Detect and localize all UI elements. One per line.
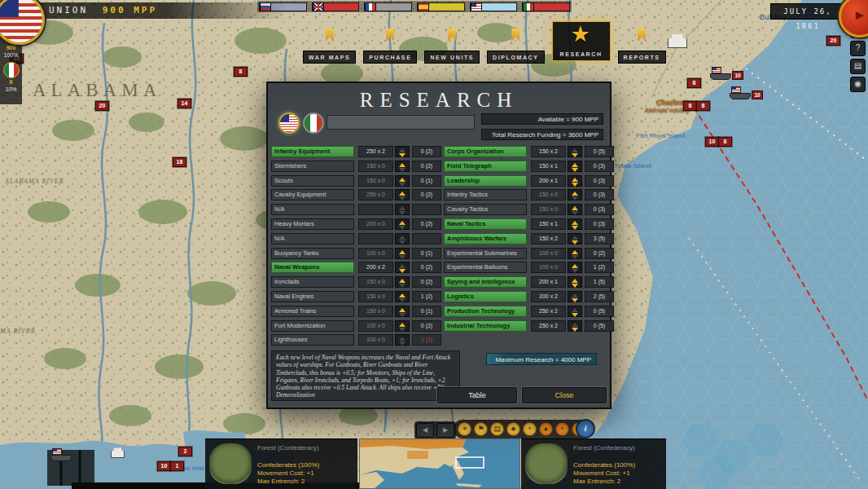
research-nation-mexico-flag-icon[interactable] bbox=[303, 112, 324, 134]
increase-investment-button[interactable] bbox=[399, 178, 406, 182]
menu-button[interactable]: New Units bbox=[424, 51, 480, 64]
decrease-investment-button[interactable] bbox=[399, 298, 406, 302]
research-topic[interactable]: Naval Engines bbox=[271, 291, 354, 302]
decrease-investment-button[interactable] bbox=[572, 255, 578, 259]
decrease-investment-button[interactable] bbox=[572, 284, 578, 288]
increase-investment-button[interactable] bbox=[399, 206, 406, 210]
map-toggle-icon[interactable]: ♣ bbox=[506, 422, 520, 436]
decrease-investment-button[interactable] bbox=[572, 298, 578, 302]
globe-icon[interactable]: ◉ bbox=[850, 77, 866, 92]
mexico-flag-icon[interactable] bbox=[3, 62, 20, 78]
decrease-investment-button[interactable] bbox=[572, 313, 578, 317]
research-topic[interactable]: Leadership bbox=[444, 175, 527, 187]
research-topic[interactable]: Cavalry Equipment bbox=[271, 189, 354, 200]
decrease-investment-button[interactable] bbox=[399, 211, 406, 215]
increase-investment-button[interactable] bbox=[399, 163, 406, 167]
decrease-investment-button[interactable] bbox=[572, 240, 578, 244]
research-topic[interactable]: Experimental Balloons bbox=[444, 262, 527, 273]
unit-strength-badge[interactable]: 8 bbox=[683, 101, 697, 111]
decrease-investment-button[interactable] bbox=[572, 153, 578, 157]
increase-investment-button[interactable] bbox=[399, 323, 406, 327]
decrease-investment-button[interactable] bbox=[572, 168, 578, 172]
research-topic[interactable]: Naval Weapons bbox=[271, 262, 354, 273]
increase-investment-button[interactable] bbox=[399, 192, 406, 196]
unit-strength-badge[interactable]: 10 bbox=[157, 461, 171, 471]
research-topic[interactable]: Corps Organization bbox=[444, 146, 527, 157]
info-toggle-icon[interactable]: i bbox=[576, 419, 595, 438]
unit-strength-badge[interactable]: 14 bbox=[178, 99, 191, 108]
research-topic[interactable]: Infantry Tactics bbox=[444, 189, 527, 200]
increase-investment-button[interactable] bbox=[399, 250, 406, 254]
decrease-investment-button[interactable] bbox=[572, 269, 578, 273]
decrease-investment-button[interactable] bbox=[399, 183, 406, 187]
research-topic[interactable]: Buoyancy Tanks bbox=[271, 248, 354, 259]
table-button[interactable]: Table bbox=[436, 386, 518, 404]
decrease-investment-button[interactable] bbox=[399, 153, 406, 157]
increase-investment-button[interactable] bbox=[572, 206, 578, 210]
decrease-investment-button[interactable] bbox=[399, 255, 406, 259]
research-topic[interactable]: Field Telegraph bbox=[444, 161, 527, 172]
research-topic[interactable]: Fort Modernization bbox=[271, 320, 354, 332]
increase-investment-button[interactable] bbox=[572, 279, 578, 283]
unit-strength-badge[interactable]: 8 bbox=[234, 67, 248, 77]
decrease-investment-button[interactable] bbox=[399, 240, 406, 244]
increase-investment-button[interactable] bbox=[572, 148, 578, 152]
close-button[interactable]: Close bbox=[521, 386, 607, 404]
research-topic[interactable]: Skirmishers bbox=[271, 161, 354, 172]
increase-investment-button[interactable] bbox=[399, 148, 406, 152]
research-topic[interactable]: N/A bbox=[271, 204, 354, 215]
research-topic[interactable]: Logistics bbox=[444, 291, 527, 302]
increase-investment-button[interactable] bbox=[572, 308, 578, 312]
help-question-icon[interactable]: ? bbox=[850, 41, 866, 56]
increase-investment-button[interactable] bbox=[399, 293, 406, 297]
increase-investment-button[interactable] bbox=[572, 323, 578, 327]
research-topic[interactable]: Industrial Technology bbox=[444, 320, 527, 332]
save-icon[interactable]: ▤ bbox=[850, 59, 866, 74]
decrease-investment-button[interactable] bbox=[572, 226, 578, 230]
research-topic[interactable]: Scouts bbox=[271, 175, 354, 187]
decrease-investment-button[interactable] bbox=[399, 341, 406, 346]
increase-investment-button[interactable] bbox=[399, 264, 406, 268]
unit-strength-badge[interactable]: 20 bbox=[826, 36, 840, 46]
research-topic[interactable]: Amphibious Warfare bbox=[444, 233, 527, 244]
decrease-investment-button[interactable] bbox=[572, 183, 578, 187]
map-toggle-icon[interactable]: ♠ bbox=[539, 422, 553, 436]
increase-investment-button[interactable] bbox=[572, 178, 578, 182]
research-topic[interactable]: Naval Tactics bbox=[444, 218, 527, 230]
increase-investment-button[interactable] bbox=[572, 264, 578, 268]
previous-unit-button[interactable]: ◀ bbox=[416, 423, 434, 438]
map-toggle-icon[interactable]: ⚑ bbox=[474, 422, 488, 436]
increase-investment-button[interactable] bbox=[399, 337, 406, 341]
menu-button[interactable]: Diplomacy bbox=[487, 51, 544, 64]
decrease-investment-button[interactable] bbox=[572, 328, 578, 332]
decrease-investment-button[interactable] bbox=[399, 196, 406, 200]
increase-investment-button[interactable] bbox=[399, 236, 406, 240]
decrease-investment-button[interactable] bbox=[399, 269, 406, 273]
map-toggle-icon[interactable]: ☀ bbox=[458, 422, 471, 436]
ship-unit[interactable] bbox=[50, 448, 72, 461]
increase-investment-button[interactable] bbox=[399, 279, 406, 283]
increase-investment-button[interactable] bbox=[572, 221, 578, 225]
ship-unit[interactable]: 10 bbox=[730, 86, 751, 99]
research-topic[interactable]: Lighthouses bbox=[271, 334, 354, 346]
unit-strength-badge[interactable]: 2 bbox=[178, 447, 192, 456]
increase-investment-button[interactable] bbox=[572, 236, 578, 240]
increase-investment-button[interactable] bbox=[572, 293, 578, 297]
research-nation-usa-flag-icon[interactable] bbox=[278, 112, 300, 134]
research-topic[interactable]: N/A bbox=[271, 233, 354, 244]
research-topic[interactable]: Infantry Equipment bbox=[271, 146, 354, 157]
unit-strength-badge[interactable]: 1 bbox=[170, 461, 184, 471]
research-topic[interactable]: Armored Trains bbox=[271, 306, 354, 317]
research-topic[interactable]: Production Technology bbox=[444, 306, 527, 317]
unit-strength-badge[interactable]: 10 bbox=[705, 137, 719, 147]
increase-investment-button[interactable] bbox=[399, 221, 406, 225]
menu-button[interactable]: Reports bbox=[618, 51, 666, 64]
unit-strength-badge[interactable]: 20 bbox=[95, 101, 109, 111]
decrease-investment-button[interactable] bbox=[399, 284, 406, 288]
menu-button[interactable]: ★ Research bbox=[552, 21, 611, 61]
decrease-investment-button[interactable] bbox=[572, 211, 578, 215]
next-unit-button[interactable]: ▶ bbox=[436, 423, 454, 438]
increase-investment-button[interactable] bbox=[572, 250, 578, 254]
decrease-investment-button[interactable] bbox=[399, 313, 406, 317]
map-toggle-icon[interactable]: ▤ bbox=[490, 422, 504, 436]
